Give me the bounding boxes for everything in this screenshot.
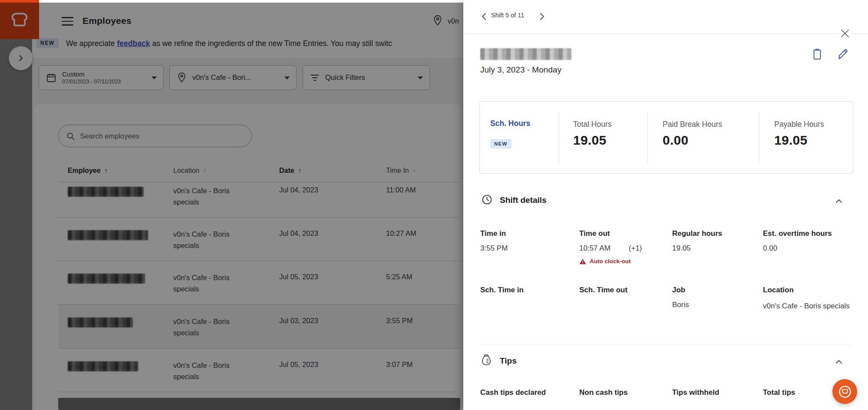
total-hours-label: Total Hours (573, 120, 612, 129)
overtime-hours-value: 0.00 (763, 244, 777, 253)
edit-shift-button[interactable] (836, 47, 850, 61)
total-hours-value: 19.05 (573, 133, 607, 148)
divider (559, 112, 559, 164)
paid-break-hours-value: 0.00 (663, 133, 689, 148)
payable-hours-label: Payable Hours (774, 120, 824, 129)
divider (647, 112, 648, 164)
shift-pagination-label: Shift 5 of 11 (491, 12, 524, 19)
tips-withheld-label: Tips withheld (672, 388, 719, 397)
chevron-up-icon (835, 360, 842, 364)
chevron-left-icon (481, 13, 487, 20)
panel-divider (463, 33, 868, 34)
toast-chat-icon (836, 383, 854, 400)
tab-sch-hours[interactable]: Sch. Hours (490, 119, 530, 128)
next-shift-button[interactable] (536, 11, 548, 22)
shift-details-title: Shift details (500, 195, 547, 205)
regular-hours-value: 19.05 (672, 244, 691, 253)
chevron-up-icon (835, 199, 842, 203)
warning-icon (579, 258, 586, 265)
non-cash-tips-label: Non cash tips (579, 388, 627, 397)
close-panel-button[interactable] (838, 27, 851, 40)
regular-hours-label: Regular hours (672, 229, 722, 238)
payable-hours-value: 19.05 (774, 133, 808, 148)
tips-title: Tips (500, 356, 517, 366)
support-chat-button[interactable] (832, 379, 857, 404)
shift-location-label: Location (763, 286, 794, 294)
new-badge: NEW (490, 139, 512, 149)
tips-bag-icon (481, 354, 492, 367)
overtime-hours-label: Est. overtime hours (763, 229, 832, 238)
chevron-right-icon (539, 13, 545, 20)
employee-name-redacted (480, 48, 571, 60)
close-icon (840, 28, 850, 39)
total-tips-label: Total tips (763, 388, 795, 397)
app-screen: Employees v0n NEW We appreciatefeedbacka… (0, 0, 868, 410)
collapse-section-button[interactable] (833, 356, 845, 367)
time-out-label: Time out (579, 229, 610, 238)
shift-date-line: July 3, 2023 - Monday (480, 65, 561, 75)
job-label: Job (672, 286, 685, 294)
delete-shift-button[interactable] (810, 47, 824, 61)
shift-location-value: v0n's Cafe - Boris specials (763, 301, 852, 312)
time-out-value: 10:57 AM(+1) (579, 244, 642, 253)
paid-break-hours-label: Paid Break Hours (663, 120, 722, 129)
hours-summary-card: Sch. Hours NEW Total Hours 19.05 Paid Br… (479, 101, 853, 174)
time-in-label: Time in (480, 229, 506, 238)
cash-tips-declared-label: Cash tips declared (480, 388, 546, 397)
section-divider (480, 344, 851, 344)
previous-shift-button[interactable] (478, 11, 489, 22)
next-day-indicator: (+1) (629, 244, 642, 252)
collapse-section-button[interactable] (833, 195, 845, 207)
shift-detail-panel: Shift 5 of 11 July 3, 2023 - Monday (463, 0, 868, 410)
clock-icon (482, 194, 492, 207)
job-value: Boris (672, 301, 689, 309)
time-in-value: 3:55 PM (480, 244, 508, 253)
auto-clock-out-warning: Auto clock-out (579, 258, 631, 265)
sch-time-in-label: Sch. Time in (480, 286, 524, 294)
sch-time-out-label: Sch. Time out (579, 286, 627, 294)
trash-icon (812, 48, 822, 60)
divider (759, 112, 759, 164)
pencil-icon (837, 48, 848, 60)
